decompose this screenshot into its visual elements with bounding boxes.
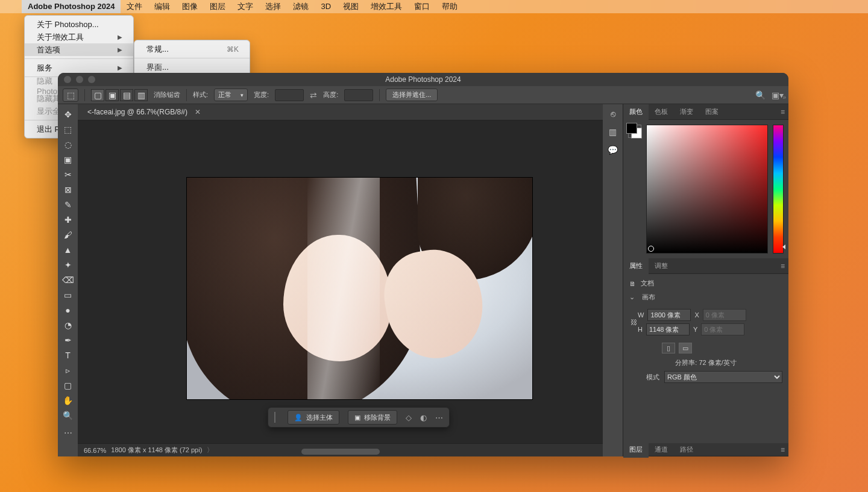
height-input[interactable] <box>646 323 690 335</box>
contextual-task-bar[interactable]: 👤选择主体 ▣移除背景 ◇ ◐ ⋯ <box>268 407 450 428</box>
crop-tool-icon[interactable]: ✂ <box>60 167 77 182</box>
tab-adjustments[interactable]: 调整 <box>649 258 674 274</box>
menubar-select[interactable]: 选择 <box>259 0 287 13</box>
history-brush-tool-icon[interactable]: ✦ <box>60 257 77 272</box>
path-select-tool-icon[interactable]: ▹ <box>60 363 77 378</box>
canvas-section[interactable]: ⌄ 画布 <box>629 293 782 302</box>
options-width-field[interactable] <box>275 89 304 101</box>
options-style-label: 样式: <box>193 90 208 99</box>
eraser-tool-icon[interactable]: ⌫ <box>60 272 77 287</box>
move-tool-icon[interactable]: ✥ <box>60 107 77 122</box>
drag-grip-icon[interactable] <box>274 412 278 423</box>
menubar-view[interactable]: 视图 <box>337 0 365 13</box>
menu-about-photoshop[interactable]: 关于 Photoshop... <box>25 18 133 31</box>
library-panel-icon[interactable]: ▥ <box>609 127 617 137</box>
collapse-panels-icon[interactable]: » <box>782 94 786 101</box>
menu-services[interactable]: 服务▶ <box>25 61 133 74</box>
tab-layers[interactable]: 图层 <box>623 442 649 458</box>
document-dimensions[interactable]: 1800 像素 x 1148 像素 (72 ppi) <box>111 446 202 455</box>
panel-menu-icon[interactable]: ≡ <box>781 446 785 454</box>
selection-intersect-icon[interactable]: ▥ <box>134 89 148 101</box>
workspace-switcher-icon[interactable]: ▣▾ <box>772 90 784 100</box>
disclosure-triangle-icon[interactable]: ⌄ <box>629 293 635 301</box>
edit-toolbar-icon[interactable]: ⋯ <box>60 425 77 440</box>
tab-color[interactable]: 颜色 <box>623 104 649 120</box>
orientation-landscape-button[interactable]: ▭ <box>679 343 692 353</box>
hand-tool-icon[interactable]: ✋ <box>60 393 77 408</box>
window-minimize-button[interactable] <box>76 76 83 83</box>
canvas-viewport[interactable]: 👤选择主体 ▣移除背景 ◇ ◐ ⋯ <box>78 120 603 443</box>
search-icon[interactable]: 🔍 <box>755 90 766 100</box>
panel-menu-icon[interactable]: ≡ <box>781 262 785 270</box>
menubar-plugins[interactable]: 增效工具 <box>365 0 408 13</box>
link-dimensions-icon[interactable]: ⛓ <box>629 310 638 334</box>
more-icon[interactable]: ⋯ <box>435 413 443 422</box>
menubar-file[interactable]: 文件 <box>121 0 148 13</box>
tab-patterns[interactable]: 图案 <box>699 104 725 120</box>
prefs-general[interactable]: 常规...⌘K <box>134 43 250 55</box>
tool-preset-icon[interactable]: ⬚ <box>63 89 78 102</box>
swap-dimensions-icon[interactable]: ⇄ <box>310 90 317 100</box>
remove-background-button[interactable]: ▣移除背景 <box>348 410 397 425</box>
orientation-portrait-button[interactable]: ▯ <box>662 343 675 353</box>
close-tab-icon[interactable]: ✕ <box>195 108 201 116</box>
window-close-button[interactable] <box>64 76 71 83</box>
menubar-filter[interactable]: 滤镜 <box>287 0 315 13</box>
healing-tool-icon[interactable]: ✚ <box>60 212 77 227</box>
adjustments-icon[interactable]: ◐ <box>420 413 427 422</box>
tab-swatches[interactable]: 色板 <box>649 104 674 120</box>
frame-tool-icon[interactable]: ⊠ <box>60 182 77 197</box>
marquee-tool-icon[interactable]: ⬚ <box>60 122 77 137</box>
options-height-field[interactable] <box>344 89 373 101</box>
zoom-level[interactable]: 66.67% <box>84 447 106 454</box>
select-and-mask-button[interactable]: 选择并遮住... <box>386 89 438 101</box>
tab-properties[interactable]: 属性 <box>623 258 649 274</box>
fg-bg-swatch[interactable] <box>628 125 641 138</box>
tab-channels[interactable]: 通道 <box>649 442 674 458</box>
stamp-tool-icon[interactable]: ▲ <box>60 242 77 257</box>
menubar-edit[interactable]: 编辑 <box>148 0 176 13</box>
document-tab[interactable]: <-faceai.jpg @ 66.7%(RGB/8#) ✕ <box>78 104 603 120</box>
selection-subtract-icon[interactable]: ▤ <box>120 89 133 101</box>
selection-add-icon[interactable]: ▣ <box>105 89 119 101</box>
object-select-tool-icon[interactable]: ▣ <box>60 152 77 167</box>
dodge-tool-icon[interactable]: ◔ <box>60 317 77 332</box>
horizontal-scrollbar[interactable] <box>301 449 380 455</box>
prefs-interface[interactable]: 界面... <box>134 61 250 73</box>
menubar-app-name[interactable]: Adobe Photoshop 2024 <box>22 0 121 13</box>
lasso-tool-icon[interactable]: ◌ <box>60 137 77 152</box>
selection-new-icon[interactable]: ▢ <box>91 89 104 101</box>
transform-icon[interactable]: ◇ <box>406 413 412 422</box>
window-zoom-button[interactable] <box>88 76 95 83</box>
tab-paths[interactable]: 路径 <box>674 442 699 458</box>
eyedropper-tool-icon[interactable]: ✎ <box>60 197 77 212</box>
brush-tool-icon[interactable]: 🖌 <box>60 227 77 242</box>
comments-panel-icon[interactable]: 💬 <box>608 145 618 155</box>
foreground-color-swatch[interactable] <box>626 123 637 134</box>
menubar-window[interactable]: 窗口 <box>408 0 436 13</box>
options-separator <box>84 89 85 101</box>
width-input[interactable] <box>647 309 691 321</box>
menubar-help[interactable]: 帮助 <box>436 0 464 13</box>
shape-tool-icon[interactable]: ▢ <box>60 378 77 393</box>
menu-preferences[interactable]: 首选项▶ <box>25 43 133 56</box>
menubar-3d[interactable]: 3D <box>315 0 337 13</box>
type-tool-icon[interactable]: T <box>60 347 77 363</box>
learn-panel-icon[interactable]: ⎋ <box>611 109 615 119</box>
color-field[interactable] <box>646 125 768 254</box>
hue-slider[interactable] <box>773 125 784 254</box>
select-subject-button[interactable]: 👤选择主体 <box>288 410 339 425</box>
tab-gradients[interactable]: 渐变 <box>674 104 699 120</box>
menu-about-plugins[interactable]: 关于增效工具▶ <box>25 31 133 43</box>
pen-tool-icon[interactable]: ✒ <box>60 332 77 347</box>
blur-tool-icon[interactable]: ● <box>60 302 77 317</box>
status-arrow-icon[interactable]: 〉 <box>207 446 213 455</box>
options-style-select[interactable]: 正常▾ <box>214 89 248 101</box>
color-mode-select[interactable]: RGB 颜色 <box>664 371 782 383</box>
menubar-image[interactable]: 图像 <box>176 0 204 13</box>
menubar-layer[interactable]: 图层 <box>204 0 231 13</box>
panel-menu-icon[interactable]: ≡ <box>781 108 785 116</box>
menubar-type[interactable]: 文字 <box>231 0 259 13</box>
zoom-tool-icon[interactable]: 🔍 <box>60 408 77 423</box>
gradient-tool-icon[interactable]: ▭ <box>60 287 77 302</box>
